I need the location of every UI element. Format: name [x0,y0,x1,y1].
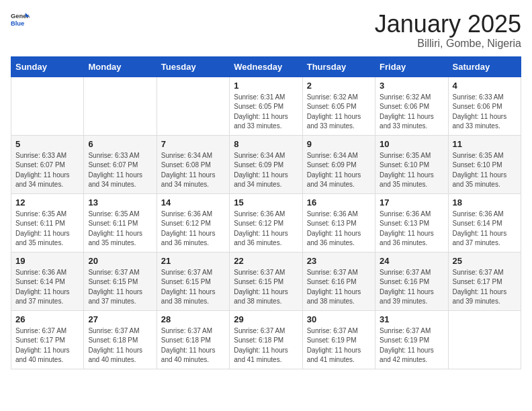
day-info: Sunrise: 6:31 AM Sunset: 6:05 PM Dayligh… [234,93,298,132]
calendar-cell [11,77,84,135]
weekday-header-wednesday: Wednesday [230,56,302,77]
day-info: Sunrise: 6:37 AM Sunset: 6:18 PM Dayligh… [234,326,298,365]
day-number: 20 [88,256,152,266]
day-number: 11 [453,139,517,149]
calendar-cell: 17Sunrise: 6:36 AM Sunset: 6:13 PM Dayli… [375,193,448,252]
calendar-cell: 20Sunrise: 6:37 AM Sunset: 6:15 PM Dayli… [84,252,157,310]
day-info: Sunrise: 6:37 AM Sunset: 6:15 PM Dayligh… [88,268,152,307]
calendar-cell: 24Sunrise: 6:37 AM Sunset: 6:16 PM Dayli… [375,252,448,310]
day-info: Sunrise: 6:37 AM Sunset: 6:18 PM Dayligh… [88,326,152,365]
calendar-cell: 15Sunrise: 6:36 AM Sunset: 6:12 PM Dayli… [230,193,302,252]
calendar-cell: 19Sunrise: 6:36 AM Sunset: 6:14 PM Dayli… [11,252,84,310]
day-number: 1 [234,81,298,91]
day-number: 10 [380,139,443,149]
weekday-header-thursday: Thursday [302,56,375,77]
day-info: Sunrise: 6:36 AM Sunset: 6:13 PM Dayligh… [380,210,443,248]
day-number: 2 [307,81,371,91]
week-row-4: 19Sunrise: 6:36 AM Sunset: 6:14 PM Dayli… [11,252,521,310]
day-number: 6 [88,139,152,149]
calendar-cell: 21Sunrise: 6:37 AM Sunset: 6:15 PM Dayli… [157,252,229,310]
calendar-cell [448,310,521,369]
weekday-header-row: SundayMondayTuesdayWednesdayThursdayFrid… [11,56,521,77]
day-info: Sunrise: 6:37 AM Sunset: 6:15 PM Dayligh… [161,268,225,307]
day-number: 13 [88,197,152,208]
calendar-cell: 10Sunrise: 6:35 AM Sunset: 6:10 PM Dayli… [375,135,448,193]
day-info: Sunrise: 6:37 AM Sunset: 6:18 PM Dayligh… [161,326,225,365]
day-number: 9 [307,139,371,149]
day-info: Sunrise: 6:37 AM Sunset: 6:19 PM Dayligh… [380,326,443,365]
day-info: Sunrise: 6:32 AM Sunset: 6:06 PM Dayligh… [380,93,443,132]
weekday-header-tuesday: Tuesday [157,56,229,77]
calendar-cell: 27Sunrise: 6:37 AM Sunset: 6:18 PM Dayli… [84,310,157,369]
day-info: Sunrise: 6:35 AM Sunset: 6:10 PM Dayligh… [453,151,517,190]
day-info: Sunrise: 6:37 AM Sunset: 6:16 PM Dayligh… [380,268,443,307]
day-number: 16 [307,197,371,208]
day-number: 7 [161,139,225,149]
day-info: Sunrise: 6:34 AM Sunset: 6:08 PM Dayligh… [161,151,225,190]
calendar-cell: 1Sunrise: 6:31 AM Sunset: 6:05 PM Daylig… [230,77,302,135]
calendar-cell: 23Sunrise: 6:37 AM Sunset: 6:16 PM Dayli… [302,252,375,310]
calendar-table: SundayMondayTuesdayWednesdayThursdayFrid… [11,56,521,369]
calendar-cell: 13Sunrise: 6:35 AM Sunset: 6:11 PM Dayli… [84,193,157,252]
day-number: 4 [453,81,517,91]
day-info: Sunrise: 6:35 AM Sunset: 6:10 PM Dayligh… [380,151,443,190]
calendar-title: January 2025 [375,11,521,38]
day-number: 26 [15,314,79,324]
day-info: Sunrise: 6:37 AM Sunset: 6:15 PM Dayligh… [234,268,298,307]
day-number: 18 [453,197,517,208]
calendar-cell: 12Sunrise: 6:35 AM Sunset: 6:11 PM Dayli… [11,193,84,252]
day-info: Sunrise: 6:33 AM Sunset: 6:06 PM Dayligh… [453,93,517,132]
day-number: 17 [380,197,443,208]
week-row-2: 5Sunrise: 6:33 AM Sunset: 6:07 PM Daylig… [11,135,521,193]
week-row-1: 1Sunrise: 6:31 AM Sunset: 6:05 PM Daylig… [11,77,521,135]
day-info: Sunrise: 6:36 AM Sunset: 6:14 PM Dayligh… [15,268,79,307]
calendar-cell: 7Sunrise: 6:34 AM Sunset: 6:08 PM Daylig… [157,135,229,193]
page-header: General Blue January 2025 Billiri, Gombe… [11,11,521,50]
logo-icon: General Blue [11,11,30,30]
weekday-header-saturday: Saturday [448,56,521,77]
week-row-5: 26Sunrise: 6:37 AM Sunset: 6:17 PM Dayli… [11,310,521,369]
calendar-cell: 28Sunrise: 6:37 AM Sunset: 6:18 PM Dayli… [157,310,229,369]
calendar-cell: 4Sunrise: 6:33 AM Sunset: 6:06 PM Daylig… [448,77,521,135]
day-info: Sunrise: 6:34 AM Sunset: 6:09 PM Dayligh… [307,151,371,190]
day-number: 28 [161,314,225,324]
logo: General Blue [11,11,30,30]
calendar-cell: 2Sunrise: 6:32 AM Sunset: 6:05 PM Daylig… [302,77,375,135]
calendar-cell: 8Sunrise: 6:34 AM Sunset: 6:09 PM Daylig… [230,135,302,193]
day-number: 30 [307,314,371,324]
svg-text:Blue: Blue [11,20,24,27]
calendar-cell: 9Sunrise: 6:34 AM Sunset: 6:09 PM Daylig… [302,135,375,193]
title-block: January 2025 Billiri, Gombe, Nigeria [375,11,521,50]
day-info: Sunrise: 6:35 AM Sunset: 6:11 PM Dayligh… [15,210,79,248]
calendar-location: Billiri, Gombe, Nigeria [375,38,521,50]
day-number: 31 [380,314,443,324]
weekday-header-monday: Monday [84,56,157,77]
calendar-cell: 26Sunrise: 6:37 AM Sunset: 6:17 PM Dayli… [11,310,84,369]
day-number: 23 [307,256,371,266]
day-info: Sunrise: 6:36 AM Sunset: 6:14 PM Dayligh… [453,210,517,248]
day-info: Sunrise: 6:36 AM Sunset: 6:12 PM Dayligh… [234,210,298,248]
day-info: Sunrise: 6:37 AM Sunset: 6:17 PM Dayligh… [15,326,79,365]
calendar-cell: 29Sunrise: 6:37 AM Sunset: 6:18 PM Dayli… [230,310,302,369]
day-number: 27 [88,314,152,324]
day-info: Sunrise: 6:33 AM Sunset: 6:07 PM Dayligh… [15,151,79,190]
calendar-cell: 14Sunrise: 6:36 AM Sunset: 6:12 PM Dayli… [157,193,229,252]
day-number: 15 [234,197,298,208]
day-info: Sunrise: 6:35 AM Sunset: 6:11 PM Dayligh… [88,210,152,248]
day-info: Sunrise: 6:37 AM Sunset: 6:19 PM Dayligh… [307,326,371,365]
week-row-3: 12Sunrise: 6:35 AM Sunset: 6:11 PM Dayli… [11,193,521,252]
calendar-cell: 30Sunrise: 6:37 AM Sunset: 6:19 PM Dayli… [302,310,375,369]
day-number: 12 [15,197,79,208]
weekday-header-friday: Friday [375,56,448,77]
calendar-cell: 3Sunrise: 6:32 AM Sunset: 6:06 PM Daylig… [375,77,448,135]
day-number: 5 [15,139,79,149]
day-number: 3 [380,81,443,91]
calendar-cell [157,77,229,135]
calendar-cell: 31Sunrise: 6:37 AM Sunset: 6:19 PM Dayli… [375,310,448,369]
calendar-cell: 6Sunrise: 6:33 AM Sunset: 6:07 PM Daylig… [84,135,157,193]
day-number: 14 [161,197,225,208]
day-info: Sunrise: 6:37 AM Sunset: 6:17 PM Dayligh… [453,268,517,307]
day-number: 22 [234,256,298,266]
day-number: 24 [380,256,443,266]
calendar-cell: 25Sunrise: 6:37 AM Sunset: 6:17 PM Dayli… [448,252,521,310]
